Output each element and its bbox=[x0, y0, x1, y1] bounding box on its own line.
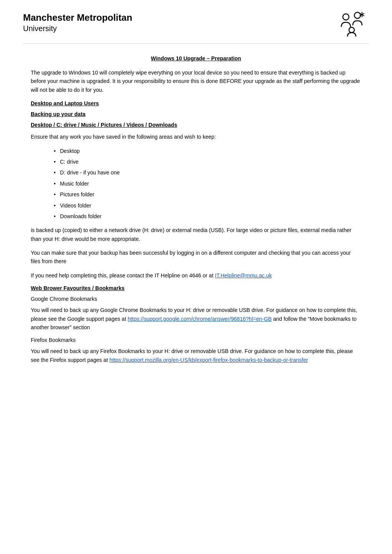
svg-point-0 bbox=[343, 14, 349, 20]
svg-point-5 bbox=[349, 27, 354, 33]
verify-backup-text: You can make sure that your backup has b… bbox=[31, 249, 361, 266]
list-item: Videos folder bbox=[54, 201, 361, 210]
university-logo bbox=[338, 12, 369, 40]
page-header: Manchester Metropolitan University bbox=[23, 12, 369, 44]
list-item: Music folder bbox=[54, 179, 361, 188]
backup-locations-list: Desktop C: drive D: drive - if you have … bbox=[54, 147, 361, 221]
svg-point-1 bbox=[354, 12, 360, 18]
list-item: Pictures folder bbox=[54, 190, 361, 199]
list-item: Desktop bbox=[54, 147, 361, 155]
helpline-paragraph: If you need help completing this, please… bbox=[31, 271, 361, 280]
section1-heading: Desktop and Laptop Users bbox=[31, 100, 361, 106]
firefox-support-link[interactable]: https://support.mozilla.org/en-US/kb/exp… bbox=[110, 357, 308, 363]
helpline-text: If you need help completing this, please… bbox=[31, 272, 215, 279]
university-line1: Manchester Metropolitan bbox=[23, 12, 132, 23]
chrome-paragraph: You will need to back up any Google Chro… bbox=[31, 306, 361, 332]
page-title: Windows 10 Upgrade – Preparation bbox=[31, 55, 361, 61]
backup-destination-text: is backed up (copied) to either a networ… bbox=[31, 226, 361, 243]
section3-intro: Ensure that any work you have saved in t… bbox=[31, 133, 361, 141]
university-line2: University bbox=[23, 23, 132, 33]
section3-heading: Desktop / C: drive / Music / Pictures / … bbox=[31, 122, 361, 128]
list-item: C: drive bbox=[54, 158, 361, 166]
firefox-paragraph: You will need to back up any Firefox Boo… bbox=[31, 347, 361, 364]
main-content: Windows 10 Upgrade – Preparation The upg… bbox=[23, 55, 369, 364]
chrome-subheading: Google Chrome Bookmarks bbox=[31, 296, 361, 302]
helpline-email-link[interactable]: IT.Helpline@mmu.ac.uk bbox=[215, 272, 272, 279]
section2-heading: Backing up your data bbox=[31, 111, 361, 117]
intro-paragraph: The upgrade to Windows 10 will completel… bbox=[31, 68, 361, 94]
chrome-support-link[interactable]: https://support.google.com/chrome/answer… bbox=[128, 316, 272, 322]
list-item: D: drive - if you have one bbox=[54, 168, 361, 177]
university-name: Manchester Metropolitan University bbox=[23, 12, 132, 33]
firefox-subheading: Firefox Bookmarks bbox=[31, 337, 361, 343]
list-item: Downloads folder bbox=[54, 212, 361, 221]
section4-heading: Web Brower Favourites / Bookmarks bbox=[31, 285, 361, 291]
